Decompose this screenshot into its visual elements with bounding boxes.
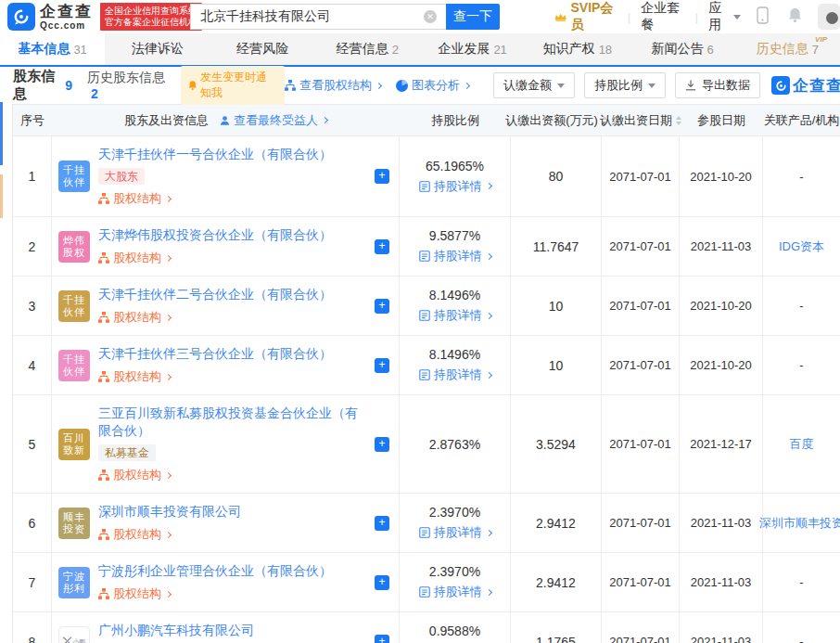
- apps-menu[interactable]: 应用: [708, 0, 741, 33]
- expand-plus-button[interactable]: +: [375, 169, 389, 184]
- equity-structure-link[interactable]: 股权结构: [98, 190, 171, 207]
- notifications-bell-icon[interactable]: [788, 7, 802, 27]
- ratio-cell: 8.1496% 持股详情: [400, 276, 511, 335]
- shareholder-name-link[interactable]: 三亚百川致新私募股权投资基金合伙企业（有限合伙）: [98, 405, 367, 440]
- export-data-button[interactable]: 导出数据: [675, 72, 760, 98]
- expand-plus-button[interactable]: +: [375, 575, 389, 590]
- tab-基本信息[interactable]: 基本信息31: [0, 33, 105, 65]
- amount-date-cell: 2071-07-01: [602, 612, 680, 643]
- clear-search-icon[interactable]: ✕: [424, 10, 437, 23]
- shareholder-name-link[interactable]: 深圳市顺丰投资有限公司: [98, 503, 241, 521]
- ratio-cell: 8.1496% 持股详情: [400, 336, 511, 394]
- equity-structure-label: 股权结构: [113, 190, 161, 207]
- equity-structure-label: 股权结构: [113, 467, 161, 483]
- shareholder-logo: ⤫小鹏: [58, 626, 90, 643]
- equity-structure-link[interactable]: 股权结构: [98, 309, 171, 326]
- history-shareholder-link[interactable]: 历史股东信息 2: [87, 70, 168, 101]
- tab-新闻公告[interactable]: 新闻公告6: [630, 33, 735, 65]
- holding-detail-link[interactable]: 持股详情: [419, 367, 491, 383]
- tab-经营风险[interactable]: 经营风险: [210, 33, 315, 65]
- related-cell: IDG资本: [763, 217, 840, 276]
- qcc-logo-icon[interactable]: [7, 3, 35, 31]
- equity-structure-link[interactable]: 股权结构: [98, 250, 171, 266]
- tab-count: 6: [707, 43, 714, 57]
- view-beneficiary-link[interactable]: 查看最终受益人: [220, 112, 327, 129]
- chart-analysis-link[interactable]: 图表分析: [396, 77, 469, 94]
- shareholder-name-link[interactable]: 天津千挂伙伴三号合伙企业（有限合伙）: [98, 345, 332, 363]
- user-avatar[interactable]: [818, 4, 840, 30]
- enterprise-package-link[interactable]: 企业套餐: [641, 0, 685, 33]
- related-product-link[interactable]: 百度: [790, 436, 814, 453]
- change-notify-button[interactable]: 发生变更时通知我: [181, 66, 285, 105]
- equity-structure-link[interactable]: 股权结构: [98, 368, 171, 385]
- table-row: 2 烨伟股权 天津烨伟股权投资合伙企业（有限合伙） 股权结构 + 9.5877%…: [13, 216, 840, 276]
- chevron-right-icon: [165, 531, 172, 537]
- tab-count: 2: [392, 43, 399, 57]
- row-index: 7: [13, 553, 52, 611]
- expand-plus-button[interactable]: +: [375, 516, 389, 531]
- org-chart-icon: [98, 588, 109, 599]
- shareholder-name-link[interactable]: 广州小鹏汽车科技有限公司: [98, 622, 254, 639]
- logo-name: 企查查: [40, 4, 93, 19]
- download-icon: [685, 80, 696, 91]
- mobile-app-icon[interactable]: [757, 6, 769, 28]
- view-equity-structure-link[interactable]: 查看股权结构: [285, 77, 381, 94]
- expand-plus-button[interactable]: +: [375, 299, 389, 314]
- expand-plus-button[interactable]: +: [375, 437, 389, 452]
- svip-link[interactable]: SVIP会员: [554, 0, 617, 33]
- tab-企业发展[interactable]: 企业发展21: [420, 33, 525, 65]
- shareholder-name-link[interactable]: 宁波彤利企业管理合伙企业（有限合伙）: [98, 562, 332, 580]
- table-row: 7 宁波彤利 宁波彤利企业管理合伙企业（有限合伙） 股权结构 + 2.3970%…: [13, 552, 840, 611]
- table-row: 5 百川致新 三亚百川致新私募股权投资基金合伙企业（有限合伙） 私募基金 股权结…: [13, 394, 840, 493]
- shareholder-name-link[interactable]: 天津千挂伙伴二号合伙企业（有限合伙）: [98, 286, 332, 303]
- tab-label: 企业发展: [438, 41, 490, 58]
- shareholder-cell: 千挂伙伴 天津千挂伙伴三号合伙企业（有限合伙） 股权结构 +: [52, 336, 400, 394]
- ratio-filter-button[interactable]: 持股比例: [584, 72, 666, 98]
- table-row: 4 千挂伙伴 天津千挂伙伴三号合伙企业（有限合伙） 股权结构 + 8.1496%…: [13, 335, 840, 394]
- org-chart-icon: [98, 469, 109, 481]
- ratio-cell: 9.5877% 持股详情: [400, 217, 511, 276]
- history-count: 2: [91, 86, 98, 101]
- related-product-link[interactable]: IDG资本: [779, 238, 824, 255]
- apps-label: 应用: [708, 0, 729, 33]
- section-count: 9: [65, 78, 72, 93]
- shareholder-name-link[interactable]: 天津烨伟股权投资合伙企业（有限合伙）: [98, 226, 332, 244]
- holding-detail-link[interactable]: 持股详情: [419, 178, 491, 195]
- tab-经营信息[interactable]: 经营信息2: [315, 33, 420, 65]
- related-product-link[interactable]: 深圳市顺丰投资: [759, 515, 840, 532]
- amount-cell: 2.9412: [511, 494, 602, 552]
- shareholder-name-link[interactable]: 天津千挂伙伴一号合伙企业（有限合伙）: [98, 146, 332, 163]
- company-nav-tabs: 基本信息31法律诉讼经营风险经营信息2企业发展21知识产权18新闻公告6历史信息…: [0, 33, 840, 67]
- amount-cell: 1.1765: [511, 612, 602, 643]
- holding-detail-label: 持股详情: [434, 248, 482, 264]
- expand-plus-button[interactable]: +: [375, 635, 389, 643]
- equity-structure-link[interactable]: 股权结构: [98, 467, 171, 483]
- logo-text[interactable]: 企查查 Qcc.com: [40, 4, 93, 31]
- shareholder-cell: 烨伟股权 天津烨伟股权投资合伙企业（有限合伙） 股权结构 +: [52, 217, 400, 276]
- join-date-cell: 2021-11-03: [680, 612, 763, 643]
- expand-plus-button[interactable]: +: [375, 358, 389, 373]
- join-date-cell: 2021-10-20: [680, 136, 763, 216]
- tab-历史信息[interactable]: 历史信息7VIP: [735, 33, 840, 65]
- shareholder-cell: 千挂伙伴 天津千挂伙伴二号合伙企业（有限合伙） 股权结构 +: [52, 276, 400, 335]
- equity-structure-link[interactable]: 股权结构: [98, 585, 171, 602]
- chevron-right-icon: [165, 314, 172, 320]
- search-button[interactable]: 查一下: [446, 4, 500, 30]
- tab-法律诉讼[interactable]: 法律诉讼: [105, 33, 210, 65]
- chevron-right-icon: [485, 312, 491, 318]
- tab-label: 新闻公告: [652, 41, 704, 58]
- shareholder-avatar: 烨伟股权: [58, 231, 90, 263]
- paid-amount-filter-button[interactable]: 认缴金额: [493, 72, 575, 98]
- pie-chart-icon: [396, 80, 408, 92]
- chevron-right-icon: [485, 371, 491, 378]
- equity-structure-label: 股权结构: [113, 368, 161, 385]
- search-input[interactable]: [190, 4, 446, 30]
- holding-detail-link[interactable]: 持股详情: [419, 248, 491, 264]
- tab-知识产权[interactable]: 知识产权18: [525, 33, 630, 65]
- holding-detail-link[interactable]: 持股详情: [419, 307, 491, 324]
- holding-detail-link[interactable]: 持股详情: [419, 584, 491, 600]
- tab-label: 经营风险: [236, 41, 288, 58]
- holding-detail-link[interactable]: 持股详情: [419, 524, 491, 541]
- equity-structure-link[interactable]: 股权结构: [98, 526, 171, 543]
- expand-plus-button[interactable]: +: [375, 239, 389, 254]
